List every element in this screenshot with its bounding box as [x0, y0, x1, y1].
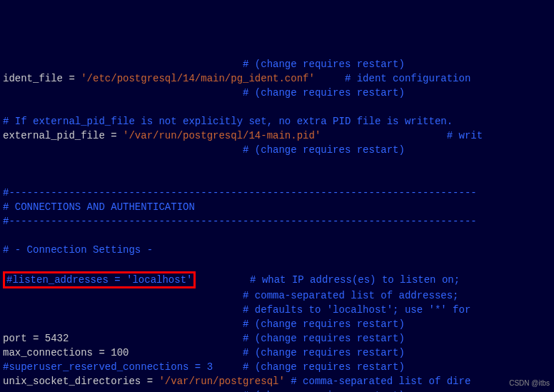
line-15-pad — [196, 274, 250, 286]
section-divider-bottom: #---------------------------------------… — [3, 216, 477, 227]
line-1-comment: # ident configuration — [345, 73, 477, 84]
line-21-pad — [213, 361, 243, 373]
line-16-comment: # comma-separated list of addresses; — [243, 290, 458, 301]
line-6-comment: # (change requires restart) — [243, 144, 405, 156]
line-2-pad — [3, 87, 243, 99]
line-22-key: unix_socket_directories = — [3, 376, 158, 387]
line-5-pad — [321, 130, 446, 141]
line-5-comment: # writ — [447, 130, 483, 141]
line-19-port: port = 5432 — [3, 333, 69, 344]
watermark: CSDN @itbs — [509, 376, 550, 391]
line-1-value: '/etc/postgresql/14/main/pg_ident.conf' — [81, 73, 315, 84]
line-20-maxconn: max_connections = 100 — [3, 347, 129, 358]
line-21-comment: # (change requires restart) — [243, 361, 405, 373]
line-5-value: '/var/run/postgresql/14-main.pid' — [123, 130, 321, 141]
line-2-comment: # (change requires restart) — [243, 87, 405, 99]
line-20-comment: # (change requires restart) — [243, 347, 405, 358]
line-18-comment: # (change requires restart) — [243, 318, 405, 330]
config-file-editor[interactable]: # (change requires restart) ident_file =… — [0, 57, 554, 392]
line-22-comment: # comma-separated list of dire — [291, 376, 470, 387]
line-1-key: ident_file = — [3, 73, 81, 84]
line-0-comment: # (change requires restart) — [243, 59, 405, 70]
line-19-comment: # (change requires restart) — [243, 333, 405, 344]
line-1-pad — [315, 73, 345, 84]
line-0-pad — [3, 59, 243, 70]
highlighted-listen-addresses: #listen_addresses = 'localhost' — [3, 271, 196, 288]
line-19-pad — [69, 333, 243, 344]
line-22-value: '/var/run/postgresql' — [158, 376, 284, 387]
line-17-comment: # defaults to 'localhost'; use '*' for — [243, 304, 470, 316]
section-divider-top: #---------------------------------------… — [3, 187, 477, 198]
line-17-pad — [3, 304, 243, 316]
line-4-comment: # If external_pid_file is not explicitly… — [3, 116, 453, 127]
line-6-pad — [3, 144, 243, 156]
line-16-pad — [3, 290, 243, 301]
line-20-pad — [129, 347, 243, 358]
line-15-comment: # what IP address(es) to listen on; — [250, 274, 460, 286]
section-heading: # CONNECTIONS AND AUTHENTICATION — [3, 201, 195, 213]
subsection-heading: # - Connection Settings - — [3, 244, 153, 256]
line-21-superuser: #superuser_reserved_connections = 3 — [3, 361, 213, 373]
line-18-pad — [3, 318, 243, 330]
line-5-key: external_pid_file = — [3, 130, 123, 141]
